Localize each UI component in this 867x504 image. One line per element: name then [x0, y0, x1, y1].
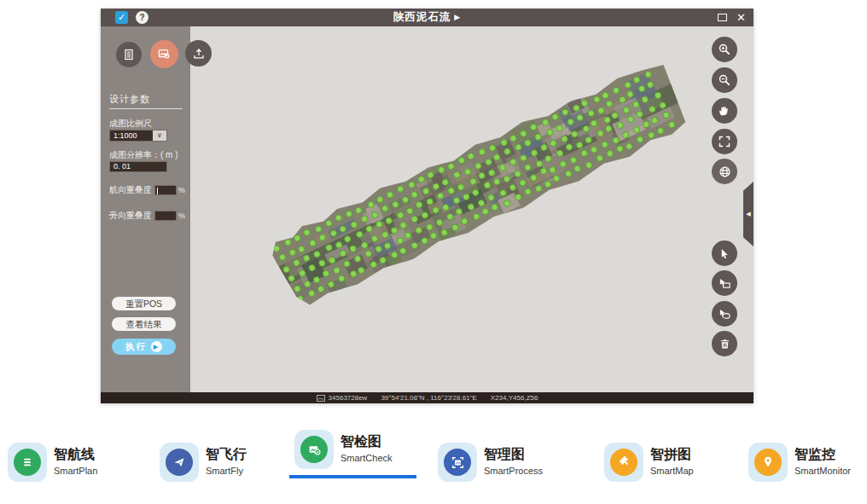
photo-point [283, 238, 293, 247]
photo-point [396, 185, 405, 194]
image-frame-icon [444, 449, 471, 476]
globe-button[interactable] [712, 159, 737, 184]
reset-pos-button[interactable]: 重置POS [112, 297, 176, 310]
view-results-button[interactable]: 查看结果 [112, 317, 176, 331]
dock-label-en: SmartFly [206, 466, 247, 476]
plan-list-button[interactable] [116, 42, 142, 67]
side-overlap-input[interactable] [154, 211, 177, 221]
trash-icon [719, 338, 731, 350]
geo-coordinates: 39°54'21.08"N , 116°23'28.61"E [381, 394, 476, 402]
zoom-in-button[interactable] [712, 37, 737, 62]
dock-label-zh: 智理图 [484, 446, 543, 464]
image-check-icon [157, 47, 172, 61]
pan-button[interactable] [712, 98, 737, 124]
photo-point [314, 224, 323, 234]
maximize-button[interactable] [718, 14, 727, 21]
photo-point [297, 245, 306, 254]
map-viewport[interactable] [190, 26, 754, 392]
image-count-icon [317, 395, 325, 402]
fit-view-button[interactable] [712, 129, 737, 154]
smartmonitor-tile [748, 443, 788, 482]
select-button[interactable] [712, 240, 737, 266]
zoom-in-icon [718, 43, 731, 56]
photo-point [429, 231, 439, 240]
dock-label-zh: 智飞行 [206, 446, 247, 464]
photo-point [534, 184, 544, 194]
dock-label-en: SmartPlan [54, 466, 97, 476]
dock-item-smartplan[interactable]: 智航线 SmartPlan [8, 443, 97, 482]
scale-label: 成图比例尺 [109, 118, 152, 130]
select-arrow-icon [719, 247, 731, 260]
heading-overlap-label: 航向重叠度 [109, 184, 152, 196]
play-icon: ▶ [151, 341, 162, 352]
dock-label-en: SmartMap [650, 466, 694, 476]
photo-point [579, 148, 589, 158]
smartmap-tile [604, 443, 643, 482]
section-divider [109, 108, 183, 109]
photo-point [600, 140, 609, 149]
photo-point [457, 156, 467, 165]
titlebar: ✓ ? 陕西泥石流▶ ✕ [101, 9, 754, 26]
delete-button[interactable] [712, 331, 737, 356]
rect-select-button[interactable] [712, 270, 737, 296]
smartcheck-tile [294, 430, 334, 469]
image-check-mode-button[interactable] [150, 40, 178, 68]
dock-item-smartfly[interactable]: 智飞行 SmartFly [160, 443, 247, 482]
zoom-out-button[interactable] [712, 67, 737, 93]
resolution-label: 成图分辨率：( m ) [109, 149, 178, 161]
photo-point [573, 164, 583, 173]
dock-label-zh: 智监控 [794, 446, 851, 464]
zoom-out-icon [718, 73, 731, 87]
close-button[interactable]: ✕ [736, 9, 746, 26]
photo-point [612, 86, 621, 96]
document-icon [122, 48, 136, 61]
globe-icon [718, 165, 732, 179]
photo-point [322, 269, 331, 279]
smartprocess-tile [438, 443, 477, 482]
dock-label-zh: 智检图 [340, 433, 393, 451]
photo-point [596, 154, 605, 163]
resolution-input[interactable]: 0. 01 [109, 161, 167, 172]
dock-label-zh: 智航线 [54, 446, 97, 464]
dock-item-smartmonitor[interactable]: 智监控 SmartMonitor [748, 443, 851, 482]
scale-dropdown[interactable]: 1:1000 ∨ [109, 130, 167, 142]
photo-point [656, 126, 666, 136]
photo-point [467, 152, 476, 161]
photo-point [592, 96, 602, 105]
photo-point [667, 120, 677, 130]
chevron-down-icon[interactable]: ∨ [153, 130, 166, 141]
photo-point [324, 218, 334, 228]
statusbar: 34563728ew 39°54'21.08"N , 116°23'28.61"… [101, 392, 754, 403]
upload-icon [192, 47, 206, 61]
window-title: 陕西泥石流▶ [101, 9, 754, 26]
photo-point [488, 143, 498, 153]
upload-button[interactable] [185, 40, 212, 67]
image-check-icon [300, 436, 328, 463]
dock-item-smartcheck[interactable]: 智检图 SmartCheck [294, 430, 393, 469]
smartfly-tile [160, 443, 199, 482]
photo-point [410, 190, 420, 200]
section-title: 设计参数 [109, 93, 150, 106]
photo-point [478, 147, 487, 156]
photo-point [636, 135, 645, 144]
photo-point [552, 174, 562, 183]
heading-overlap-input[interactable] [154, 185, 177, 195]
photo-point [606, 149, 615, 159]
chevron-left-icon: ◀ [746, 211, 750, 217]
execute-button[interactable]: 执行 ▶ [112, 339, 176, 355]
fit-view-icon [718, 135, 731, 148]
lasso-select-button[interactable] [712, 301, 737, 327]
dock-item-smartmap[interactable]: 智拼图 SmartMap [604, 443, 694, 482]
photo-point [647, 130, 656, 140]
photo-point [569, 155, 579, 165]
map-pin-icon [754, 449, 782, 476]
xyz-coordinates: X234,Y456,Z56 [491, 394, 538, 402]
dock-item-smartprocess[interactable]: 智理图 SmartProcess [438, 443, 543, 482]
photo-point [407, 180, 416, 189]
panel-expand-tab[interactable]: ◀ [743, 182, 754, 246]
dock-label-en: SmartCheck [340, 453, 393, 463]
photo-point [317, 285, 326, 294]
photo-point [523, 187, 532, 196]
heading-overlap-row: 航向重叠度 % [109, 184, 190, 196]
app-window: ✓ ? 陕西泥石流▶ ✕ 设计参数 成图比例尺 1:1000 ∨ 成图分辨率：(… [101, 9, 754, 403]
